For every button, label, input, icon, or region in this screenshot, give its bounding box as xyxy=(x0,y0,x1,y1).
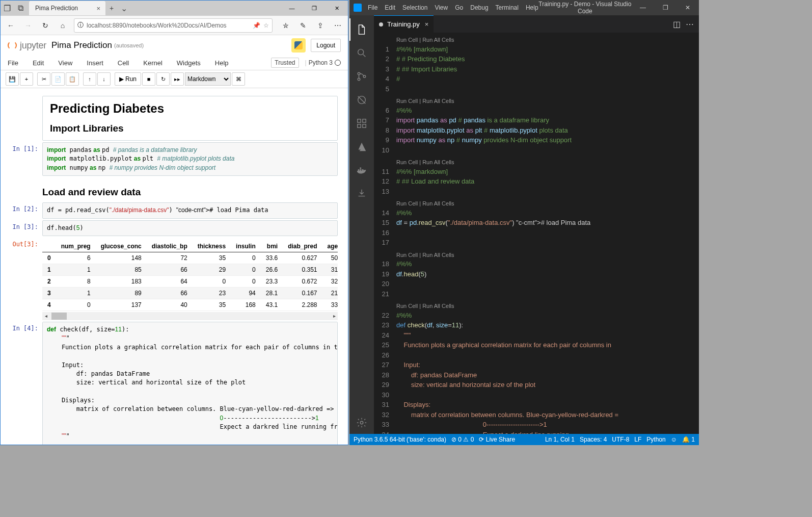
code-line[interactable]: 1#%% [markdown] xyxy=(374,44,699,55)
codelens-run[interactable]: Run Cell | Run All Cells xyxy=(374,97,699,106)
status-language[interactable]: Python xyxy=(646,436,665,443)
codelens-run[interactable]: Run Cell | Run All Cells xyxy=(374,158,699,167)
code-line[interactable]: 32 matrix of correlation between columns… xyxy=(374,410,699,420)
code-line[interactable]: 19df.head(5) xyxy=(374,269,699,279)
scroll-right-icon[interactable]: ▸ xyxy=(331,313,338,319)
code-line[interactable]: 14#%% xyxy=(374,208,699,218)
horizontal-scrollbar[interactable]: ◂ ▸ xyxy=(42,312,338,320)
notes-icon[interactable]: ✎ xyxy=(295,18,311,33)
activity-settings-icon[interactable] xyxy=(349,411,374,434)
status-cursor-pos[interactable]: Ln 1, Col 1 xyxy=(545,436,575,443)
browser-tab-active[interactable]: Pima Prediction × xyxy=(29,1,105,15)
codelens-run[interactable]: Run Cell | Run All Cells xyxy=(374,36,699,44)
code-line[interactable]: 28 df: pandas DataFrame xyxy=(374,370,699,380)
menu-widgets[interactable]: Widgets xyxy=(177,59,201,67)
menu-help[interactable]: Help xyxy=(215,59,229,67)
code-line[interactable]: 34 Expect a darkred line running xyxy=(374,430,699,434)
code-line[interactable]: 10 xyxy=(374,145,699,156)
site-info-icon[interactable]: ⓘ xyxy=(77,21,84,30)
logout-button[interactable]: Logout xyxy=(311,39,341,52)
codelens-run[interactable]: Run Cell | Run All Cells xyxy=(374,302,699,311)
code-cell-3[interactable]: df.head(5) xyxy=(42,220,338,236)
scroll-left-icon[interactable]: ◂ xyxy=(42,313,49,319)
code-line[interactable]: 25 Function plots a graphical correlatio… xyxy=(374,340,699,350)
notebook-area[interactable]: Predicting Diabetes Import Libraries In … xyxy=(1,88,348,445)
split-editor-icon[interactable]: ◫ xyxy=(673,19,681,29)
restart-button[interactable]: ↻ xyxy=(156,72,170,86)
code-line[interactable]: 17 xyxy=(374,238,699,248)
status-problems[interactable]: ⊘ 0 ⚠ 0 xyxy=(451,436,474,443)
refresh-button[interactable]: ↻ xyxy=(37,18,53,33)
code-line[interactable]: 21 xyxy=(374,289,699,299)
code-cell-1[interactable]: import pandas as pd # pandas is a datafr… xyxy=(42,142,338,176)
tabs-icon[interactable]: ❐ xyxy=(4,5,11,12)
code-line[interactable]: 24 """ xyxy=(374,330,699,341)
status-notifications-icon[interactable]: 🔔 1 xyxy=(682,436,695,443)
cut-button[interactable]: ✂ xyxy=(37,72,50,86)
move-down-button[interactable]: ↓ xyxy=(97,72,111,86)
pin-icon[interactable]: 📌 xyxy=(253,22,260,29)
vsc-menu-view[interactable]: View xyxy=(435,4,448,11)
code-line[interactable]: 12# ## Load and review data xyxy=(374,176,699,187)
code-line[interactable]: 33 0------------------------>1 xyxy=(374,420,699,430)
vsc-menu-help[interactable]: Help xyxy=(526,4,538,11)
url-input[interactable] xyxy=(87,22,250,29)
favorites-icon[interactable]: ✮ xyxy=(278,18,294,33)
code-line[interactable]: 15df = pd.read_csv("./data/pima-data.csv… xyxy=(374,218,699,228)
status-liveshare[interactable]: ⟳ Live Share xyxy=(479,436,515,443)
command-palette-button[interactable]: ⌘ xyxy=(232,72,245,86)
code-line[interactable]: 11#%% [markdown] xyxy=(374,167,699,177)
code-line[interactable]: 6#%% xyxy=(374,106,699,116)
code-line[interactable]: 5 xyxy=(374,84,699,94)
editor-tab-training[interactable]: Training.py × xyxy=(374,15,434,33)
jupyter-logo[interactable]: jupyter xyxy=(8,40,46,51)
vsc-maximize-button[interactable]: ❐ xyxy=(654,0,676,15)
activity-debug-icon[interactable] xyxy=(349,89,374,111)
menu-cell[interactable]: Cell xyxy=(118,59,129,67)
code-cell-2[interactable]: df = pd.read_csv("./data/pima-data.csv")… xyxy=(42,202,338,218)
code-line[interactable]: 18#%% xyxy=(374,259,699,269)
status-eol[interactable]: LF xyxy=(634,436,641,443)
menu-view[interactable]: View xyxy=(58,59,72,67)
close-button[interactable]: ✕ xyxy=(326,1,348,16)
activity-search-icon[interactable] xyxy=(349,42,374,64)
code-line[interactable]: 9import numpy as np # numpy provides N-d… xyxy=(374,135,699,145)
more-icon[interactable]: ⋯ xyxy=(330,18,346,33)
maximize-button[interactable]: ❐ xyxy=(303,1,326,16)
tab-close-icon[interactable]: × xyxy=(425,20,429,28)
paste-button[interactable]: 📋 xyxy=(66,72,79,86)
markdown-cell-heading[interactable]: Predicting Diabetes Import Libraries xyxy=(42,96,338,141)
favorite-icon[interactable]: ☆ xyxy=(263,22,269,29)
activity-azure-icon[interactable] xyxy=(349,136,374,158)
activity-scm-icon[interactable] xyxy=(349,65,374,88)
code-cell-4[interactable]: def check(df, size=11): """ Function plo… xyxy=(42,322,338,445)
new-tab-button[interactable]: + xyxy=(105,4,118,12)
move-up-button[interactable]: ↑ xyxy=(83,72,96,86)
code-line[interactable]: 26 xyxy=(374,350,699,360)
code-line[interactable]: 31 Displays: xyxy=(374,400,699,410)
code-line[interactable]: 29 size: vertical and horizontal size of… xyxy=(374,380,699,390)
address-bar[interactable]: ⓘ 📌 ☆ xyxy=(74,18,273,33)
vsc-menu-debug[interactable]: Debug xyxy=(470,4,488,11)
save-button[interactable]: 💾 xyxy=(6,72,19,86)
code-line[interactable]: 20 xyxy=(374,279,699,289)
menu-insert[interactable]: Insert xyxy=(87,59,103,67)
code-line[interactable]: 27 Input: xyxy=(374,360,699,370)
activity-extensions-icon[interactable] xyxy=(349,112,374,135)
activity-docker-icon[interactable] xyxy=(349,159,374,182)
code-line[interactable]: 23def check(df, size=11): xyxy=(374,320,699,330)
status-encoding[interactable]: UTF-8 xyxy=(612,436,629,443)
menu-kernel[interactable]: Kernel xyxy=(143,59,163,67)
restart-run-button[interactable]: ▸▸ xyxy=(171,72,184,86)
back-button[interactable]: ← xyxy=(3,18,19,33)
activity-explorer-icon[interactable] xyxy=(349,18,374,41)
vsc-menu-edit[interactable]: Edit xyxy=(385,4,395,11)
vsc-menu-go[interactable]: Go xyxy=(455,4,463,11)
status-indent[interactable]: Spaces: 4 xyxy=(580,436,607,443)
copy-button[interactable]: 📄 xyxy=(51,72,65,86)
celltype-select[interactable]: Markdown xyxy=(185,72,231,86)
status-python-env[interactable]: Python 3.6.5 64-bit ('base': conda) xyxy=(354,436,446,443)
code-line[interactable]: 3# ## Import Libraries xyxy=(374,64,699,74)
code-line[interactable]: 22#%% xyxy=(374,311,699,321)
notebook-title[interactable]: Pima Prediction xyxy=(51,40,112,50)
